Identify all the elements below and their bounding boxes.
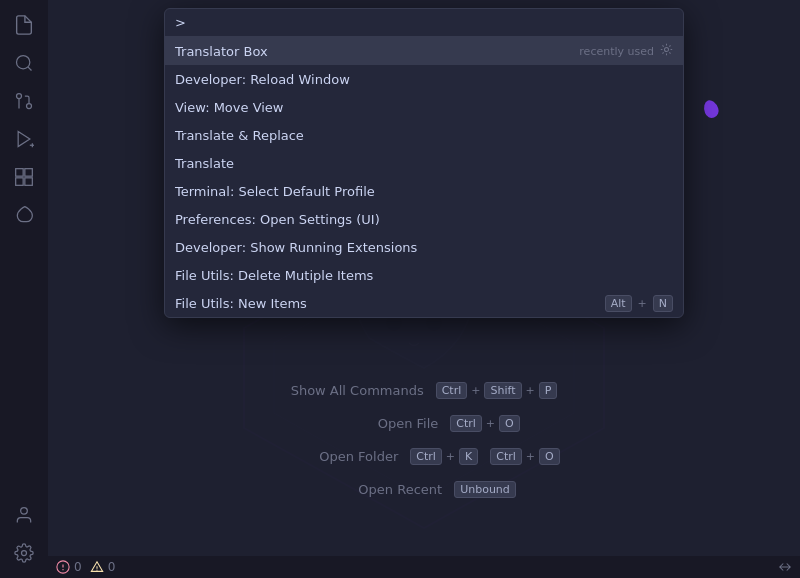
svg-rect-9 <box>25 169 33 177</box>
command-item-label: Developer: Show Running Extensions <box>175 240 417 255</box>
run-debug-icon[interactable] <box>7 122 41 156</box>
command-item-label: Translator Box <box>175 44 268 59</box>
svg-line-1 <box>28 67 32 71</box>
svg-point-13 <box>22 551 27 556</box>
recently-used-label: recently used <box>579 45 654 58</box>
command-list: Translator Boxrecently usedDeveloper: Re… <box>165 37 683 317</box>
command-item-label: File Utils: Delete Mutiple Items <box>175 268 373 283</box>
command-item[interactable]: Preferences: Open Settings (UI) <box>165 205 683 233</box>
leaf-icon[interactable] <box>7 198 41 232</box>
command-item[interactable]: File Utils: New ItemsAlt+N <box>165 289 683 317</box>
main-area: Translator Boxrecently usedDeveloper: Re… <box>48 0 800 578</box>
command-item[interactable]: Terminal: Select Default Profile <box>165 177 683 205</box>
search-icon[interactable] <box>7 46 41 80</box>
sidebar <box>0 0 48 578</box>
command-item[interactable]: File Utils: Delete Mutiple Items <box>165 261 683 289</box>
command-input[interactable] <box>175 15 673 30</box>
svg-point-3 <box>17 94 22 99</box>
command-item-label: File Utils: New Items <box>175 296 307 311</box>
svg-marker-5 <box>18 132 30 147</box>
key-separator: + <box>638 297 647 310</box>
svg-point-2 <box>27 104 32 109</box>
svg-rect-11 <box>25 178 33 186</box>
svg-rect-10 <box>16 178 24 186</box>
command-item-label: Translate & Replace <box>175 128 304 143</box>
command-item-label: Developer: Reload Window <box>175 72 350 87</box>
command-item[interactable]: View: Move View <box>165 93 683 121</box>
keyboard-shortcut-key: Alt <box>605 295 632 312</box>
command-item[interactable]: Developer: Reload Window <box>165 65 683 93</box>
account-icon[interactable] <box>7 498 41 532</box>
svg-point-12 <box>21 508 28 515</box>
command-item[interactable]: Translator Boxrecently used <box>165 37 683 65</box>
command-input-wrapper <box>165 9 683 37</box>
svg-rect-8 <box>16 169 24 177</box>
source-control-icon[interactable] <box>7 84 41 118</box>
keyboard-shortcut-key: N <box>653 295 673 312</box>
command-item[interactable]: Developer: Show Running Extensions <box>165 233 683 261</box>
configure-icon[interactable] <box>660 43 673 59</box>
extensions-icon[interactable] <box>7 160 41 194</box>
command-overlay: Translator Boxrecently usedDeveloper: Re… <box>48 0 800 578</box>
command-item-label: Terminal: Select Default Profile <box>175 184 375 199</box>
command-item[interactable]: Translate <box>165 149 683 177</box>
settings-icon[interactable] <box>7 536 41 570</box>
command-item-label: View: Move View <box>175 100 284 115</box>
command-palette: Translator Boxrecently usedDeveloper: Re… <box>164 8 684 318</box>
files-icon[interactable] <box>7 8 41 42</box>
command-item-label: Translate <box>175 156 234 171</box>
svg-point-0 <box>17 56 30 69</box>
command-item-label: Preferences: Open Settings (UI) <box>175 212 380 227</box>
svg-point-18 <box>664 47 668 51</box>
command-item[interactable]: Translate & Replace <box>165 121 683 149</box>
